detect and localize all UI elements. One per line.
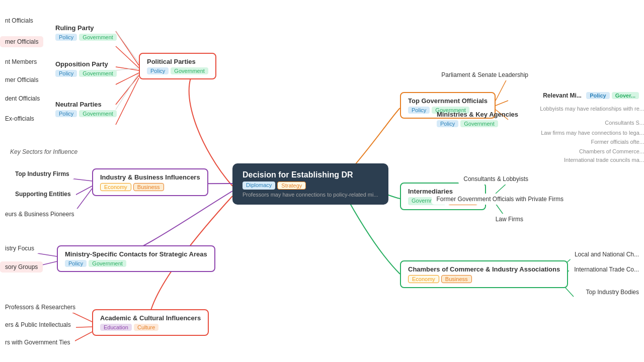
tag-eco-ch: Economy bbox=[408, 275, 439, 283]
sat-mer-officials2: mer Officials bbox=[0, 74, 43, 85]
entrepreneurs: eurs & Business Pioneers bbox=[0, 209, 79, 220]
tag-diplomacy: Diplomacy bbox=[243, 182, 275, 190]
law-note: Law firms may have connections to lega..… bbox=[541, 130, 644, 136]
tag-policy-tg: Policy bbox=[408, 107, 430, 114]
political-parties-node[interactable]: Political Parties Policy Government bbox=[139, 53, 216, 79]
tag-gov-min: Government bbox=[89, 260, 126, 267]
neutral-policy-tag: Policy bbox=[55, 110, 77, 117]
svg-line-8 bbox=[116, 73, 139, 110]
svg-line-3 bbox=[116, 73, 139, 84]
ruling-policy-tag: Policy bbox=[55, 34, 77, 41]
tag-gov-pp: Government bbox=[171, 67, 208, 74]
former-officials-note: Former officials ofte... bbox=[591, 139, 644, 145]
tag-biz-ind: Business bbox=[133, 183, 164, 191]
opp-policy-tag: Policy bbox=[55, 70, 77, 77]
svg-line-5 bbox=[116, 78, 139, 125]
chambers-note: Chambers of Commerce... bbox=[579, 148, 644, 154]
ruling-party-label: Ruling Party bbox=[55, 24, 117, 32]
mind-map-canvas: Decision for Establishing DR Diplomacy S… bbox=[0, 0, 644, 362]
svg-line-2 bbox=[116, 67, 139, 70]
relevant-ministries: Relevant Mi... Policy Gover... bbox=[538, 88, 644, 101]
tag-biz-ch: Business bbox=[441, 275, 472, 283]
min-policy-tag: Policy bbox=[437, 120, 458, 127]
opposition-party-label: Opposition Party bbox=[55, 60, 117, 68]
chambers-node[interactable]: Chambers of Commerce & Industry Associat… bbox=[400, 260, 568, 288]
intl-trade: International Trade Co... bbox=[569, 264, 644, 275]
svg-line-4 bbox=[116, 75, 139, 105]
industry-node[interactable]: Industry & Business Influencers Economy … bbox=[92, 168, 208, 196]
svg-line-6 bbox=[116, 31, 139, 63]
chambers-title: Chambers of Commerce & Industry Associat… bbox=[408, 265, 560, 273]
top-industry-bodies: Top Industry Bodies bbox=[581, 287, 644, 298]
gov-ties: rs with Government Ties bbox=[0, 337, 75, 348]
supporting-entities: Supporting Entities bbox=[10, 189, 76, 200]
top-industry-firms: Top Industry Firms bbox=[10, 168, 74, 179]
min-gov-tag: Government bbox=[460, 120, 498, 127]
neutral-parties-container: Neutral Parties Policy Government bbox=[55, 101, 117, 117]
rel-policy-tag: Policy bbox=[586, 92, 609, 99]
center-subtitle: Professors may have connections to polic… bbox=[243, 192, 378, 198]
center-node[interactable]: Decision for Establishing DR Diplomacy S… bbox=[232, 163, 388, 205]
political-parties-title: Political Parties bbox=[147, 58, 208, 65]
consultants-lobbyists: Consultants & Lobbyists bbox=[458, 173, 533, 185]
tag-policy-pp: Policy bbox=[147, 67, 169, 74]
advisory-groups: sory Groups bbox=[0, 261, 43, 273]
industry-title: Industry & Business Influencers bbox=[100, 173, 200, 181]
svg-line-7 bbox=[116, 68, 139, 70]
ruling-gov-tag: Government bbox=[79, 34, 117, 41]
law-firms: Law Firms bbox=[491, 214, 528, 225]
tag-strategy: Strategy bbox=[277, 182, 306, 190]
tag-policy-min: Policy bbox=[65, 260, 87, 267]
svg-line-9 bbox=[70, 178, 92, 181]
sat-mer-officials: mer Officials bbox=[0, 36, 43, 47]
top-gov-title: Top Government Officials bbox=[408, 97, 488, 105]
lobbyist-note: Lobbyists may have relationships with re… bbox=[540, 106, 644, 112]
local-chambers: Local and National Ch... bbox=[570, 249, 644, 260]
opposition-party-container: Opposition Party Policy Government bbox=[55, 60, 117, 77]
professors: Professors & Researchers bbox=[0, 302, 80, 313]
tag-cul-ac: Culture bbox=[134, 324, 158, 331]
ministry-title: Ministry-Specific Contacts for Strategic… bbox=[65, 250, 207, 258]
tag-edu-ac: Education bbox=[100, 324, 132, 331]
tag-eco-ind: Economy bbox=[100, 183, 131, 191]
ruling-party-container: Ruling Party Policy Government bbox=[55, 24, 117, 41]
opp-gov-tag: Government bbox=[79, 70, 117, 77]
sat-ex-officials: Ex-officials bbox=[0, 113, 39, 124]
former-gov-officials: Former Government Officials with Private… bbox=[432, 194, 569, 205]
consultants-note: Consultants S... bbox=[605, 120, 644, 126]
rel-gov-tag: Gover... bbox=[612, 92, 639, 99]
ministry-node[interactable]: Ministry-Specific Contacts for Strategic… bbox=[57, 245, 215, 272]
neutral-parties-label: Neutral Parties bbox=[55, 101, 117, 108]
svg-line-1 bbox=[116, 46, 139, 68]
svg-line-0 bbox=[116, 31, 139, 65]
ministry-focus: istry Focus bbox=[0, 243, 39, 254]
sat-nt-officials: nt Officials bbox=[0, 15, 38, 26]
svg-line-18 bbox=[496, 101, 508, 106]
center-title: Decision for Establishing DR bbox=[243, 170, 378, 179]
sat-dent-officials: dent Officials bbox=[0, 93, 45, 104]
key-sectors-label: Key Sectors for Influence bbox=[10, 148, 77, 155]
sat-nt-members: nt Members bbox=[0, 56, 42, 67]
intl-councils-note: International trade councils ma... bbox=[564, 157, 644, 163]
writers-intellectuals: ers & Public Intellectuals bbox=[0, 319, 76, 330]
parliament-senate: Parliament & Senate Leadership bbox=[436, 69, 533, 80]
academic-title: Academic & Cultural Influencers bbox=[100, 314, 201, 322]
neutral-gov-tag: Government bbox=[79, 110, 117, 117]
academic-node[interactable]: Academic & Cultural Influencers Educatio… bbox=[92, 309, 209, 336]
ministries-agencies: Ministries & Key Agencies Policy Governm… bbox=[437, 111, 518, 127]
